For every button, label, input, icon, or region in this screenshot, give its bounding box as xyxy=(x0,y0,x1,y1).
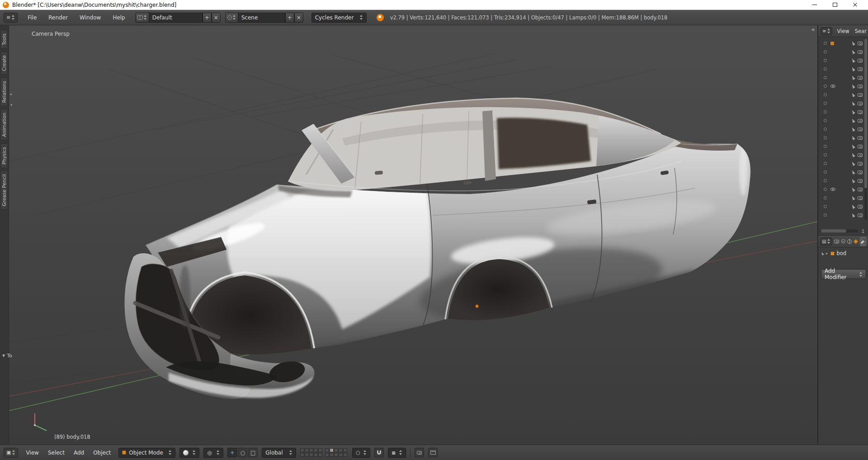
renderable-icon[interactable] xyxy=(858,50,863,54)
selectable-icon[interactable] xyxy=(851,109,855,114)
breadcrumb-object-name[interactable]: bod xyxy=(837,250,847,256)
selectable-icon[interactable] xyxy=(851,66,855,71)
renderable-icon[interactable] xyxy=(858,119,863,123)
expand-toggle-icon[interactable] xyxy=(824,213,827,217)
expand-toggle-icon[interactable] xyxy=(824,67,827,71)
outliner-row[interactable] xyxy=(818,90,863,99)
tab-physics[interactable]: Physics xyxy=(0,143,8,168)
menu-add[interactable]: Add xyxy=(73,450,85,456)
outliner-row[interactable] xyxy=(818,47,863,56)
menu-view[interactable]: View xyxy=(25,450,39,456)
tab-animation[interactable]: Animation xyxy=(0,109,8,141)
transform-orientation-dropdown[interactable]: Global xyxy=(262,448,296,458)
close-button[interactable] xyxy=(845,0,865,9)
menu-file[interactable]: File xyxy=(27,14,38,21)
screen-layout-add-button[interactable]: + xyxy=(203,13,212,23)
renderable-icon[interactable] xyxy=(858,110,863,114)
expand-toggle-icon[interactable] xyxy=(824,145,827,148)
outliner-row[interactable] xyxy=(818,185,863,194)
editor-type-button[interactable]: ▤ xyxy=(820,237,832,246)
layer-cell[interactable] xyxy=(309,448,313,452)
expand-toggle-icon[interactable] xyxy=(824,196,827,199)
expand-toggle-icon[interactable] xyxy=(824,179,827,182)
expand-toggle-icon[interactable] xyxy=(824,85,827,88)
outliner-row[interactable] xyxy=(818,176,863,185)
renderable-icon[interactable] xyxy=(858,102,863,105)
selectable-icon[interactable] xyxy=(851,118,855,123)
menu-object[interactable]: Object xyxy=(92,450,112,456)
expand-toggle-icon[interactable] xyxy=(824,128,827,131)
menu-render[interactable]: Render xyxy=(47,14,69,21)
region-toggle-icon[interactable]: ▸ xyxy=(10,92,13,96)
layer-cell[interactable] xyxy=(343,448,347,452)
layer-cell[interactable] xyxy=(334,448,338,452)
operator-panel-header[interactable]: ▼ To xyxy=(2,353,12,359)
outliner-row[interactable] xyxy=(818,99,863,108)
proportional-edit-dropdown[interactable]: ○ xyxy=(352,448,370,458)
renderable-icon[interactable] xyxy=(858,188,863,191)
tab-object[interactable] xyxy=(854,237,858,246)
selectable-icon[interactable] xyxy=(851,101,855,106)
renderable-icon[interactable] xyxy=(858,128,863,131)
scene-delete-button[interactable]: × xyxy=(294,13,303,23)
menu-window[interactable]: Window xyxy=(79,14,102,21)
editor-type-button[interactable]: ≡ xyxy=(821,27,832,35)
layer-cell[interactable] xyxy=(330,453,334,457)
tab-create[interactable]: Create xyxy=(0,52,8,75)
outliner-row[interactable] xyxy=(818,39,863,47)
menu-select[interactable]: Select xyxy=(47,450,66,456)
renderable-icon[interactable] xyxy=(858,205,863,209)
expand-toggle-icon[interactable] xyxy=(824,136,827,139)
outliner-row[interactable] xyxy=(818,116,863,125)
viewport-shading-dropdown[interactable] xyxy=(179,448,199,458)
editor-type-button[interactable]: ≡ xyxy=(4,13,18,23)
expand-toggle-icon[interactable] xyxy=(824,119,827,122)
screen-layout-delete-button[interactable]: × xyxy=(212,13,221,23)
manipulator-rotate-button[interactable]: ○ xyxy=(238,448,247,457)
tab-render[interactable] xyxy=(834,237,839,246)
selectable-icon[interactable] xyxy=(851,152,855,157)
manipulator-translate-button[interactable]: + xyxy=(227,448,237,457)
layer-cell[interactable] xyxy=(318,453,322,457)
selectable-icon[interactable] xyxy=(851,195,855,200)
menu-help[interactable]: Help xyxy=(112,14,126,21)
layer-cell[interactable] xyxy=(330,448,334,452)
selectable-icon[interactable] xyxy=(851,213,855,218)
layer-cell[interactable] xyxy=(309,453,313,457)
expand-toggle-icon[interactable] xyxy=(824,50,827,53)
add-modifier-button[interactable]: Add Modifier xyxy=(821,269,866,279)
layer-cell[interactable] xyxy=(300,453,304,457)
selectable-icon[interactable] xyxy=(851,144,855,149)
render-animation-button[interactable] xyxy=(428,448,438,457)
renderable-icon[interactable] xyxy=(858,196,863,200)
selectable-icon[interactable] xyxy=(851,58,855,63)
scene-browse-button[interactable] xyxy=(225,13,238,23)
renderable-icon[interactable] xyxy=(858,42,863,45)
screen-layout-name-field[interactable]: Default xyxy=(149,13,203,23)
outliner-row[interactable] xyxy=(818,73,863,82)
expand-toggle-icon[interactable] xyxy=(824,205,827,208)
renderable-icon[interactable] xyxy=(858,153,863,157)
outliner-row[interactable] xyxy=(818,194,863,202)
renderable-icon[interactable] xyxy=(858,85,863,88)
selectable-icon[interactable] xyxy=(851,75,855,80)
layer-cell[interactable] xyxy=(339,448,343,452)
layer-cell[interactable] xyxy=(339,453,343,457)
tab-scene[interactable] xyxy=(841,237,845,246)
renderable-icon[interactable] xyxy=(858,136,863,140)
tab-modifiers[interactable] xyxy=(860,237,866,246)
visibility-eye-icon[interactable] xyxy=(830,188,835,191)
maximize-button[interactable] xyxy=(825,0,845,9)
expand-toggle-icon[interactable] xyxy=(824,162,827,165)
tab-world[interactable] xyxy=(847,237,852,246)
renderable-icon[interactable] xyxy=(858,171,863,174)
layer-cell[interactable] xyxy=(343,453,347,457)
layer-cell[interactable] xyxy=(314,453,318,457)
renderable-icon[interactable] xyxy=(858,67,863,71)
outliner-row[interactable] xyxy=(818,133,863,142)
layer-cell[interactable] xyxy=(305,453,309,457)
selectable-icon[interactable] xyxy=(851,161,855,166)
expand-toggle-icon[interactable] xyxy=(824,110,827,114)
expand-toggle-icon[interactable] xyxy=(824,171,827,174)
selectable-icon[interactable] xyxy=(851,204,855,209)
